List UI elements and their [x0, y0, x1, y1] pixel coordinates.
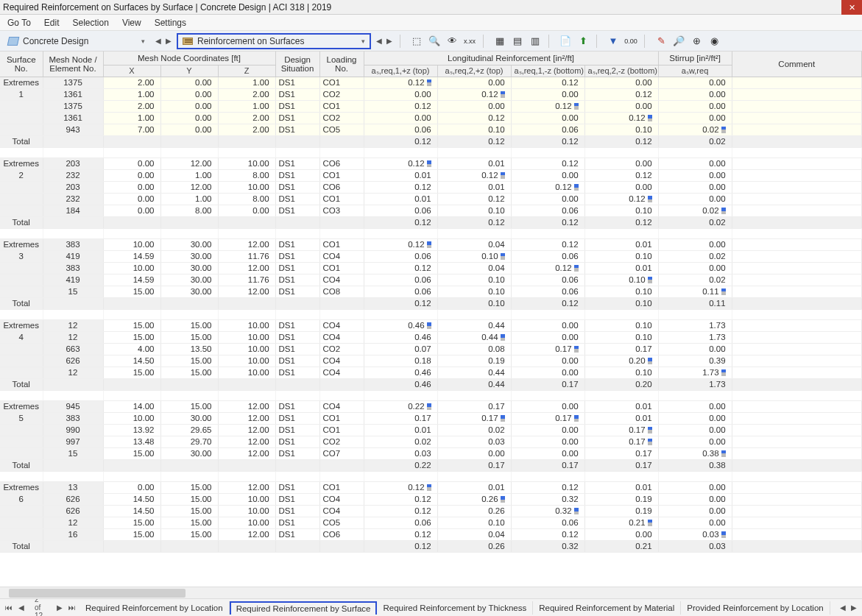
module-dropdown[interactable]: Concrete Design ▾ — [3, 33, 150, 49]
col-a4[interactable]: aₛ,req,2,-z (bottom) — [584, 65, 658, 77]
col-y[interactable]: Y — [160, 65, 218, 77]
tool-zoomfit-icon[interactable]: ⊕ — [688, 33, 704, 49]
table-row[interactable]: 1840.008.000.00DS1CO30.060.100.060.100.0… — [0, 205, 862, 216]
table-row[interactable]: 99713.4829.7012.00DS1CO20.020.030.000.17… — [0, 436, 862, 447]
module-dropdown-label: Concrete Design — [23, 36, 137, 46]
table-row[interactable]: 1515.0030.0012.00DS1CO70.030.000.000.170… — [0, 447, 862, 459]
tool-edit-icon[interactable]: ✎ — [653, 33, 669, 49]
page-indicator: 2 of 12 — [32, 598, 49, 616]
footer-tab-1[interactable]: Required Reinforcement by Surface — [230, 601, 378, 615]
table-row[interactable]: 113611.000.002.00DS1CO20.000.120.000.120… — [0, 88, 862, 100]
tool-color-icon[interactable]: ◉ — [706, 33, 722, 49]
footer-tab-5[interactable]: Provided Reinforcement by — [830, 601, 836, 615]
prev-result-button[interactable]: ◀ — [374, 37, 384, 45]
table-row[interactable]: 538310.0030.0012.00DS1CO10.170.170.170.0… — [0, 412, 862, 424]
footer-bar: ⏮ ◀ 2 of 12 ▶ ⏭ Required Reinforcement b… — [0, 598, 862, 616]
col-asw[interactable]: aₛw,req — [658, 65, 732, 77]
col-long[interactable]: Longitudinal Reinforcement [in²/ft] — [364, 52, 658, 65]
table-row[interactable]: 38310.0030.0012.00DS1CO10.120.040.120.01… — [0, 262, 862, 274]
total-row: Total0.120.100.120.100.11 — [0, 297, 862, 309]
module-nav: ◀ ▶ — [153, 37, 174, 45]
tool-grid3-icon[interactable]: ▥ — [527, 33, 543, 49]
table-row[interactable]: Extremes2030.0012.0010.00DS1CO60.120.010… — [0, 157, 862, 169]
close-button[interactable]: ✕ — [841, 0, 862, 15]
table-row[interactable]: Extremes38310.0030.0012.00DS1CO10.120.04… — [0, 238, 862, 250]
table-row[interactable]: 22320.001.008.00DS1CO10.010.120.000.120.… — [0, 169, 862, 181]
table-row[interactable]: 2030.0012.0010.00DS1CO60.120.010.120.000… — [0, 181, 862, 193]
table-row[interactable]: 99013.9229.6512.00DS1CO10.010.020.000.17… — [0, 424, 862, 436]
table-row[interactable]: Extremes94514.0015.0012.00DS1CO40.220.17… — [0, 400, 862, 412]
footer-tab-2[interactable]: Required Reinforcement by Thickness — [377, 601, 533, 615]
next-result-button[interactable]: ▶ — [384, 37, 395, 45]
tool-grid2-icon[interactable]: ▤ — [509, 33, 526, 49]
prev-module-button[interactable]: ◀ — [153, 37, 163, 45]
total-row: Total0.220.170.170.170.38 — [0, 459, 862, 471]
footer-tab-3[interactable]: Required Reinforcement by Material — [533, 601, 681, 615]
table-row[interactable]: 662614.5015.0010.00DS1CO40.120.260.320.1… — [0, 493, 862, 505]
table-row[interactable]: 341914.5930.0011.76DS1CO40.060.100.060.1… — [0, 250, 862, 262]
col-node[interactable]: Mesh Node / Element No. — [43, 52, 103, 77]
table-row[interactable]: 6634.0013.5010.00DS1CO20.070.080.170.170… — [0, 343, 862, 355]
tool-select-icon[interactable]: ⬚ — [409, 33, 425, 49]
table-row[interactable]: 13752.000.001.00DS1CO10.120.000.120.000.… — [0, 100, 862, 112]
horizontal-scrollbar[interactable] — [0, 587, 862, 598]
tool-find-icon[interactable]: 🔍 — [426, 33, 442, 49]
col-surface[interactable]: Surface No. — [0, 52, 43, 77]
menu-selection[interactable]: Selection — [67, 16, 115, 29]
col-stirrup[interactable]: Stirrup [in²/ft²] — [658, 52, 732, 65]
tool-filter-icon[interactable]: ▼ — [605, 33, 621, 49]
menu-go-to[interactable]: Go To — [1, 16, 37, 29]
tool-value-icon[interactable]: x.xx — [462, 33, 478, 49]
table-row[interactable]: 9437.000.002.00DS1CO50.060.100.060.100.0… — [0, 124, 862, 135]
table-row[interactable]: 41215.0015.0010.00DS1CO40.460.440.000.10… — [0, 331, 862, 343]
result-dropdown-label: Reinforcement on Surfaces — [197, 36, 357, 46]
footer-tab-4[interactable]: Provided Reinforcement by Location — [681, 601, 830, 615]
menu-edit[interactable]: Edit — [38, 16, 66, 29]
col-a2[interactable]: aₛ,req,2,+z (top) — [437, 65, 511, 77]
table-row[interactable]: Extremes1215.0015.0010.00DS1CO40.460.440… — [0, 319, 862, 331]
table-row[interactable]: 1215.0015.0010.00DS1CO50.060.100.060.210… — [0, 517, 862, 528]
col-loading[interactable]: Loading No. — [319, 52, 364, 77]
menu-settings[interactable]: Settings — [149, 16, 192, 29]
table-row[interactable]: Extremes130.0015.0012.00DS1CO10.120.010.… — [0, 481, 862, 493]
col-comment[interactable]: Comment — [732, 52, 861, 77]
col-coords[interactable]: Mesh Node Coordinates [ft] — [103, 52, 275, 65]
pager: ⏮ ◀ 2 of 12 ▶ ⏭ — [3, 598, 78, 616]
chevron-down-icon: ▾ — [361, 38, 365, 45]
prev-page-button[interactable]: ◀ — [16, 603, 27, 612]
tool-grid1-icon[interactable]: ▦ — [492, 33, 508, 49]
menu-view[interactable]: View — [116, 16, 147, 29]
result-nav: ◀ ▶ — [374, 37, 395, 45]
tab-scroll-left[interactable]: ◀ — [838, 603, 848, 612]
table-row[interactable]: Extremes13752.000.001.00DS1CO10.120.000.… — [0, 77, 862, 88]
col-x[interactable]: X — [103, 65, 160, 77]
scroll-thumb[interactable] — [9, 589, 186, 598]
col-ds[interactable]: Design Situation — [275, 52, 319, 77]
last-page-button[interactable]: ⏭ — [66, 603, 78, 612]
total-row: Total0.120.120.120.120.02 — [0, 216, 862, 228]
tab-scroll-right[interactable]: ▶ — [849, 603, 859, 612]
first-page-button[interactable]: ⏮ — [3, 603, 15, 612]
next-module-button[interactable]: ▶ — [163, 37, 174, 45]
table-row[interactable]: 62614.5015.0010.00DS1CO40.120.260.320.19… — [0, 505, 862, 517]
tool-decimal-icon[interactable]: 0.00 — [623, 33, 639, 49]
col-z[interactable]: Z — [218, 65, 275, 77]
table-row[interactable]: 41914.5930.0011.76DS1CO40.060.100.060.10… — [0, 274, 862, 286]
table-row[interactable]: 1515.0030.0012.00DS1CO80.060.100.060.100… — [0, 286, 862, 297]
result-dropdown[interactable]: Reinforcement on Surfaces ▾ — [177, 33, 371, 49]
tool-export-icon[interactable]: ⬆ — [575, 33, 591, 49]
table-row[interactable]: 1615.0015.0012.00DS1CO60.120.040.120.000… — [0, 528, 862, 540]
col-a1[interactable]: aₛ,req,1,+z (top) — [364, 65, 437, 77]
col-a3[interactable]: aₛ,req,1,-z (bottom) — [511, 65, 584, 77]
footer-tab-0[interactable]: Required Reinforcement by Location — [80, 601, 230, 615]
tool-view-icon[interactable]: 👁 — [444, 33, 460, 49]
table-row[interactable]: 2320.001.008.00DS1CO10.010.120.000.120.0… — [0, 193, 862, 205]
table-row[interactable]: 1215.0015.0010.00DS1CO40.460.440.000.101… — [0, 367, 862, 378]
tool-report-icon[interactable]: 📄 — [557, 33, 573, 49]
next-page-button[interactable]: ▶ — [54, 603, 65, 612]
table-row[interactable]: 62614.5015.0010.00DS1CO40.180.190.000.20… — [0, 355, 862, 367]
window-title: Required Reinforcement on Surfaces by Su… — [3, 2, 859, 13]
table-row[interactable]: 13611.000.002.00DS1CO20.000.120.000.120.… — [0, 112, 862, 124]
total-row: Total0.120.260.320.210.03 — [0, 540, 862, 552]
tool-zoom-icon[interactable]: 🔎 — [671, 33, 687, 49]
